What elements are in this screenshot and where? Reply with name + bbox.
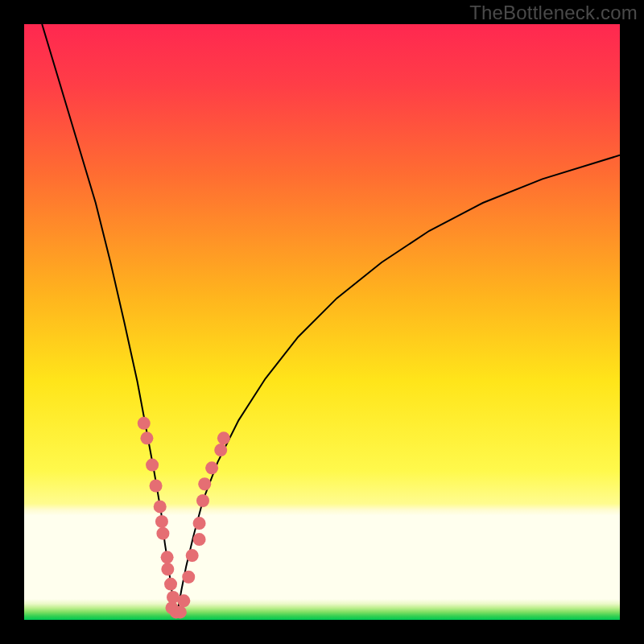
chart-frame: TheBottleneck.com — [0, 0, 644, 644]
watermark-text: TheBottleneck.com — [469, 2, 638, 24]
marker-point — [164, 578, 177, 591]
marker-point — [174, 605, 187, 618]
marker-point — [205, 461, 218, 474]
marker-point — [182, 571, 195, 584]
marker-point — [186, 549, 199, 562]
marker-point — [161, 551, 174, 564]
marker-point — [177, 594, 190, 607]
marker-point — [140, 431, 153, 444]
marker-point — [196, 494, 209, 507]
marker-point — [150, 480, 163, 493]
marker-point — [161, 563, 174, 576]
marker-point — [193, 533, 206, 546]
gradient-background — [24, 24, 620, 620]
marker-point — [155, 515, 168, 528]
plot-area — [24, 24, 620, 620]
marker-point — [138, 417, 151, 430]
marker-point — [146, 459, 159, 472]
marker-point — [214, 444, 227, 456]
marker-point — [217, 431, 230, 444]
marker-point — [193, 517, 206, 530]
marker-point — [154, 500, 167, 513]
marker-point — [156, 527, 169, 540]
chart-svg — [24, 24, 620, 620]
marker-point — [198, 477, 211, 490]
